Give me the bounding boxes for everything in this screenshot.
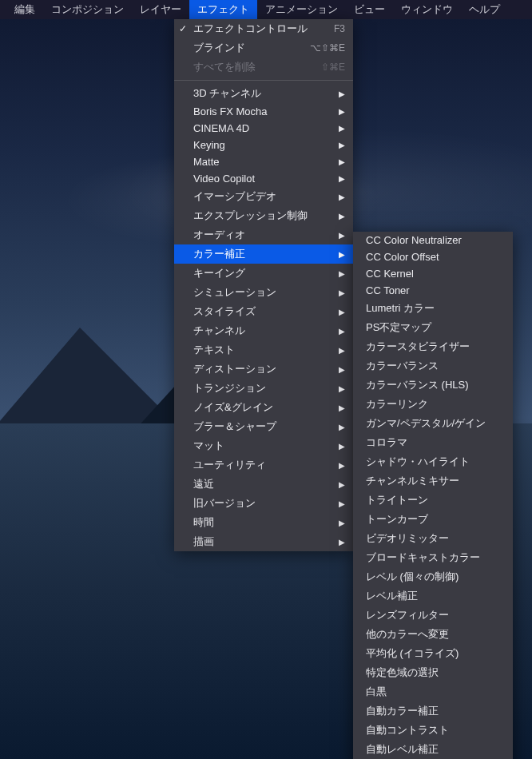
submenu-item-label: Lumetri カラー xyxy=(366,301,435,316)
submenu-item[interactable]: チャンネルミキサー xyxy=(353,471,513,491)
chevron-right-icon: ▶ xyxy=(315,107,345,116)
menu-category-item[interactable]: トランジション▶ xyxy=(174,379,353,398)
menu-category-item[interactable]: ディストーション▶ xyxy=(174,360,353,379)
submenu-item-label: 自動レベル補正 xyxy=(366,742,439,757)
submenu-item-label: レンズフィルター xyxy=(366,608,449,622)
menu-category-item[interactable]: 描画▶ xyxy=(174,532,353,551)
chevron-right-icon: ▶ xyxy=(315,365,345,374)
submenu-item[interactable]: トライトーン xyxy=(353,491,513,510)
menu-item-label: トランジション xyxy=(193,381,266,395)
menubar: 編集 コンポジション レイヤー エフェクト アニメーション ビュー ウィンドウ … xyxy=(0,0,532,19)
menu-item-label: ユーティリティ xyxy=(193,458,266,472)
submenu-item[interactable]: レベル (個々の制御) xyxy=(353,567,513,586)
submenu-item[interactable]: 自動レベル補正 xyxy=(353,740,513,759)
effects-dropdown: ✓ エフェクトコントロール F3 ブラインド ⌥⇧⌘E すべてを削除 ⇧⌘E 3… xyxy=(174,19,353,551)
menu-category-item[interactable]: 遠近▶ xyxy=(174,475,353,494)
submenu-item[interactable]: Lumetri カラー xyxy=(353,299,513,318)
menu-animation[interactable]: アニメーション xyxy=(257,0,346,19)
menu-category-item[interactable]: シミュレーション▶ xyxy=(174,283,353,302)
menu-item-label: オーディオ xyxy=(193,228,245,242)
submenu-item-label: カラースタビライザー xyxy=(366,340,470,354)
menu-item-blinds[interactable]: ブラインド ⌥⇧⌘E xyxy=(174,38,353,58)
menu-category-item[interactable]: Keying▶ xyxy=(174,137,353,153)
menu-view[interactable]: ビュー xyxy=(346,0,393,19)
menu-item-label: テキスト xyxy=(193,343,235,357)
chevron-right-icon: ▶ xyxy=(315,269,345,278)
menu-item-effect-controls[interactable]: ✓ エフェクトコントロール F3 xyxy=(174,19,353,38)
chevron-right-icon: ▶ xyxy=(315,174,345,183)
menu-category-item[interactable]: ノイズ&グレイン▶ xyxy=(174,398,353,417)
submenu-item[interactable]: 自動カラー補正 xyxy=(353,701,513,721)
submenu-item-label: トライトーン xyxy=(366,493,428,507)
submenu-item-label: カラーリンク xyxy=(366,397,428,411)
submenu-item-label: PS不定マップ xyxy=(366,320,431,335)
menu-edit[interactable]: 編集 xyxy=(6,0,43,19)
chevron-right-icon: ▶ xyxy=(315,193,345,201)
menu-category-item[interactable]: テキスト▶ xyxy=(174,340,353,360)
menu-item-label: ブラインド xyxy=(193,41,245,55)
menu-category-item[interactable]: 3D チャンネル▶ xyxy=(174,84,353,103)
submenu-item[interactable]: 自動コントラスト xyxy=(353,721,513,740)
menu-category-item[interactable]: 時間▶ xyxy=(174,513,353,532)
menu-category-item[interactable]: チャンネル▶ xyxy=(174,321,353,340)
menu-effect[interactable]: エフェクト xyxy=(189,0,257,19)
submenu-item[interactable]: CC Toner xyxy=(353,282,513,299)
submenu-item-label: 特定色域の選択 xyxy=(366,666,439,680)
menu-separator xyxy=(174,80,353,81)
menu-category-item[interactable]: ユーティリティ▶ xyxy=(174,455,353,475)
submenu-item[interactable]: カラーバランス xyxy=(353,356,513,376)
menu-category-item[interactable]: キーイング▶ xyxy=(174,264,353,283)
submenu-item[interactable]: レンズフィルター xyxy=(353,606,513,625)
submenu-item-label: シャドウ・ハイライト xyxy=(366,455,470,469)
chevron-right-icon: ▶ xyxy=(315,403,345,412)
menu-item-label: イマーシブビデオ xyxy=(193,189,276,204)
submenu-item[interactable]: コロラマ xyxy=(353,433,513,452)
submenu-item[interactable]: ガンマ/ペデスタル/ゲイン xyxy=(353,414,513,433)
chevron-right-icon: ▶ xyxy=(315,288,345,297)
submenu-item-label: 平均化 (イコライズ) xyxy=(366,646,459,661)
menu-item-remove-all: すべてを削除 ⇧⌘E xyxy=(174,58,353,77)
submenu-item[interactable]: 他のカラーへ変更 xyxy=(353,625,513,644)
menu-category-item[interactable]: 旧バージョン▶ xyxy=(174,494,353,513)
menu-window[interactable]: ウィンドウ xyxy=(393,0,461,19)
menu-category-item[interactable]: Matte▶ xyxy=(174,153,353,170)
submenu-item[interactable]: ブロードキャストカラー xyxy=(353,548,513,567)
menu-item-label: エクスプレッション制御 xyxy=(193,209,308,223)
menu-category-item[interactable]: マット▶ xyxy=(174,436,353,455)
menu-category-item[interactable]: ブラー＆シャープ▶ xyxy=(174,417,353,436)
submenu-item[interactable]: CC Kernel xyxy=(353,265,513,282)
menu-item-label: シミュレーション xyxy=(193,285,276,300)
menu-item-label: チャンネル xyxy=(193,324,245,338)
color-correction-submenu: CC Color NeutralizerCC Color OffsetCC Ke… xyxy=(353,232,513,759)
submenu-item[interactable]: 白黒 xyxy=(353,682,513,701)
submenu-item[interactable]: シャドウ・ハイライト xyxy=(353,452,513,471)
submenu-item[interactable]: カラーバランス (HLS) xyxy=(353,376,513,395)
submenu-item[interactable]: カラースタビライザー xyxy=(353,337,513,356)
menu-item-label: すべてを削除 xyxy=(193,60,256,74)
menu-category-item[interactable]: Boris FX Mocha▶ xyxy=(174,103,353,120)
chevron-right-icon: ▶ xyxy=(315,231,345,240)
menu-composition[interactable]: コンポジション xyxy=(43,0,132,19)
submenu-item[interactable]: PS不定マップ xyxy=(353,318,513,337)
menu-category-item[interactable]: CINEMA 4D▶ xyxy=(174,120,353,137)
chevron-right-icon: ▶ xyxy=(315,308,345,316)
submenu-item[interactable]: CC Color Offset xyxy=(353,248,513,265)
submenu-item[interactable]: 特定色域の選択 xyxy=(353,663,513,682)
menu-category-item[interactable]: スタイライズ▶ xyxy=(174,302,353,321)
submenu-item[interactable]: CC Color Neutralizer xyxy=(353,232,513,248)
submenu-item[interactable]: 平均化 (イコライズ) xyxy=(353,644,513,663)
submenu-item[interactable]: ビデオリミッター xyxy=(353,529,513,548)
menu-category-item[interactable]: オーディオ▶ xyxy=(174,225,353,244)
menu-item-label: ブラー＆シャープ xyxy=(193,419,276,434)
submenu-item[interactable]: カラーリンク xyxy=(353,395,513,414)
menu-category-item[interactable]: カラー補正▶ xyxy=(174,244,353,264)
menu-category-item[interactable]: エクスプレッション制御▶ xyxy=(174,206,353,225)
menu-item-label: 描画 xyxy=(193,534,214,549)
menu-layer[interactable]: レイヤー xyxy=(132,0,189,19)
menu-help[interactable]: ヘルプ xyxy=(461,0,508,19)
menu-category-item[interactable]: Video Copilot▶ xyxy=(174,170,353,187)
submenu-item-label: CC Toner xyxy=(366,284,410,296)
submenu-item[interactable]: トーンカーブ xyxy=(353,510,513,529)
submenu-item[interactable]: レベル補正 xyxy=(353,586,513,606)
menu-category-item[interactable]: イマーシブビデオ▶ xyxy=(174,187,353,206)
